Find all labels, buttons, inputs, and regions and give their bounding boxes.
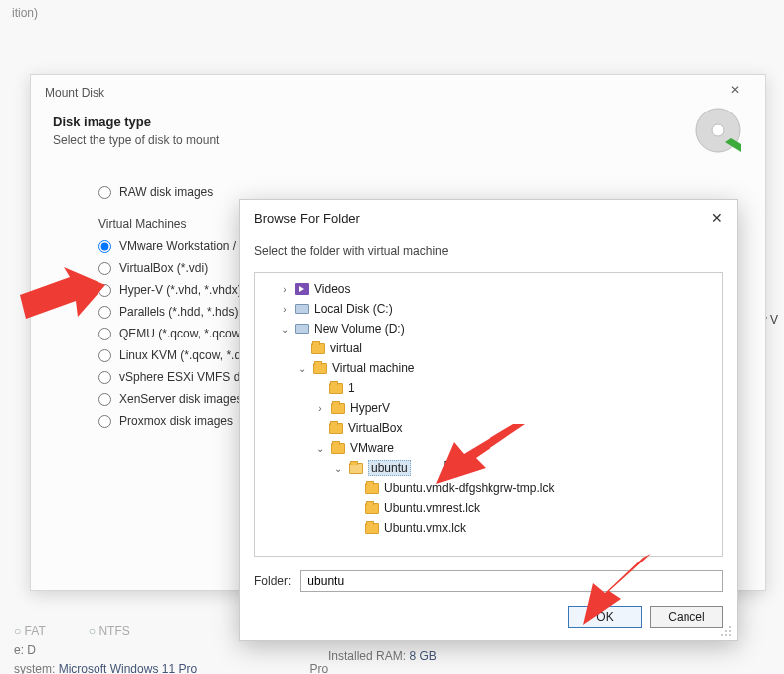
folder-icon <box>364 501 380 515</box>
disc-icon <box>691 107 745 160</box>
bg-title: ition) <box>0 0 784 26</box>
tree-item-vbox[interactable]: VirtualBox <box>259 418 718 438</box>
tree-label: Videos <box>314 282 350 296</box>
tree-item-1[interactable]: 1 <box>259 378 718 398</box>
mount-subheading: Select the type of disk to mount <box>53 133 743 147</box>
folder-icon <box>364 521 380 535</box>
svg-rect-5 <box>729 634 731 636</box>
tree-label: Virtual machine <box>332 361 415 375</box>
tree-item-ubuntu[interactable]: ⌄ubuntu <box>259 458 718 478</box>
tree-label: Ubuntu.vmrest.lck <box>384 501 480 515</box>
collapse-icon[interactable]: ⌄ <box>296 363 308 374</box>
folder-icon <box>310 341 326 355</box>
mount-heading: Disk image type <box>53 114 743 129</box>
svg-rect-4 <box>725 630 727 632</box>
bg-os-label: system: <box>14 662 55 674</box>
folder-open-icon <box>348 461 364 475</box>
tree-item-hyperv[interactable]: ›HyperV <box>259 398 718 418</box>
tree-label: ubuntu <box>368 460 411 476</box>
collapse-icon[interactable]: ⌄ <box>279 324 291 335</box>
ok-button[interactable]: OK <box>568 606 642 628</box>
folder-icon <box>330 441 346 455</box>
tree-item-vmware[interactable]: ⌄VMware <box>259 438 718 458</box>
mount-close-button[interactable]: ✕ <box>719 83 751 103</box>
tree-item-cdrive[interactable]: ›Local Disk (C:) <box>259 299 718 319</box>
tree-label: New Volume (D:) <box>314 322 405 336</box>
bg-proc: Pro <box>309 662 328 674</box>
folder-input[interactable] <box>300 570 723 592</box>
folder-icon <box>328 421 344 435</box>
bg-fs-fat: FAT <box>25 624 46 638</box>
tree-label: HyperV <box>350 401 390 415</box>
resize-grip-icon[interactable] <box>721 624 733 636</box>
tree-item-vmachine[interactable]: ⌄Virtual machine <box>259 358 718 378</box>
svg-rect-6 <box>725 634 727 636</box>
browse-instruction: Select the folder with virtual machine <box>240 236 737 272</box>
tree-item-lck3[interactable]: Ubuntu.vmx.lck <box>259 518 718 538</box>
radio-hyperv-label: Hyper-V (*.vhd, *.vhdx) <box>119 283 242 297</box>
folder-icon <box>364 481 380 495</box>
radio-raw[interactable]: RAW disk images <box>98 185 725 199</box>
radio-raw-label: RAW disk images <box>119 185 213 199</box>
mount-window-title: Mount Disk <box>45 86 104 100</box>
tree-label: virtual <box>330 341 362 355</box>
radio-kvm-label: Linux KVM (*.qcow, *.qco <box>119 348 254 362</box>
radio-vbox-label: VirtualBox (*.vdi) <box>119 261 208 275</box>
browse-close-button[interactable]: ✕ <box>711 210 723 226</box>
radio-xen-label: XenServer disk images <box>119 392 242 406</box>
tree-label: VirtualBox <box>348 421 402 435</box>
expand-icon[interactable]: › <box>314 403 326 414</box>
tree-label: Ubuntu.vmx.lck <box>384 521 466 535</box>
expand-icon[interactable]: › <box>279 284 291 295</box>
radio-parallels-label: Parallels (*.hdd, *.hds) <box>119 305 238 319</box>
browse-title: Browse For Folder <box>254 211 360 226</box>
tree-label: Ubuntu.vmdk-dfgshkgrw-tmp.lck <box>384 481 554 495</box>
bg-os-value: Microsoft Windows 11 Pro <box>59 662 197 674</box>
tree-label: Local Disk (C:) <box>314 302 393 316</box>
tree-item-lck2[interactable]: Ubuntu.vmrest.lck <box>259 498 718 518</box>
folder-icon <box>328 381 344 395</box>
cancel-button[interactable]: Cancel <box>650 606 723 628</box>
radio-proxmox-label: Proxmox disk images <box>119 414 233 428</box>
svg-rect-3 <box>729 630 731 632</box>
folder-icon <box>312 361 328 375</box>
svg-rect-7 <box>721 634 723 636</box>
bg-ram-value: 8 GB <box>409 649 436 663</box>
tree-item-ddrive[interactable]: ⌄New Volume (D:) <box>259 319 718 338</box>
tree-label: VMware <box>350 441 394 455</box>
collapse-icon[interactable]: ⌄ <box>314 443 326 454</box>
tree-item-virtual[interactable]: virtual <box>259 338 718 358</box>
expand-icon[interactable]: › <box>279 304 291 315</box>
svg-point-1 <box>712 124 724 136</box>
bg-ram-label: Installed RAM: <box>328 649 406 663</box>
radio-qemu-label: QEMU (*.qcow, *.qcow2, <box>119 327 250 340</box>
tree-label: 1 <box>348 381 355 395</box>
svg-rect-2 <box>729 626 731 628</box>
drive-icon <box>294 302 310 316</box>
browse-folder-dialog: Browse For Folder ✕ Select the folder wi… <box>239 199 738 641</box>
tree-item-lck1[interactable]: Ubuntu.vmdk-dfgshkgrw-tmp.lck <box>259 478 718 498</box>
bg-fs-ntfs: NTFS <box>98 624 129 638</box>
folder-icon <box>330 401 346 415</box>
tree-item-videos[interactable]: ›Videos <box>259 279 718 299</box>
video-icon <box>294 282 310 296</box>
folder-field-label: Folder: <box>254 574 291 588</box>
folder-tree[interactable]: ›Videos ›Local Disk (C:) ⌄New Volume (D:… <box>254 272 723 557</box>
drive-icon <box>294 322 310 336</box>
collapse-icon[interactable]: ⌄ <box>332 463 344 474</box>
